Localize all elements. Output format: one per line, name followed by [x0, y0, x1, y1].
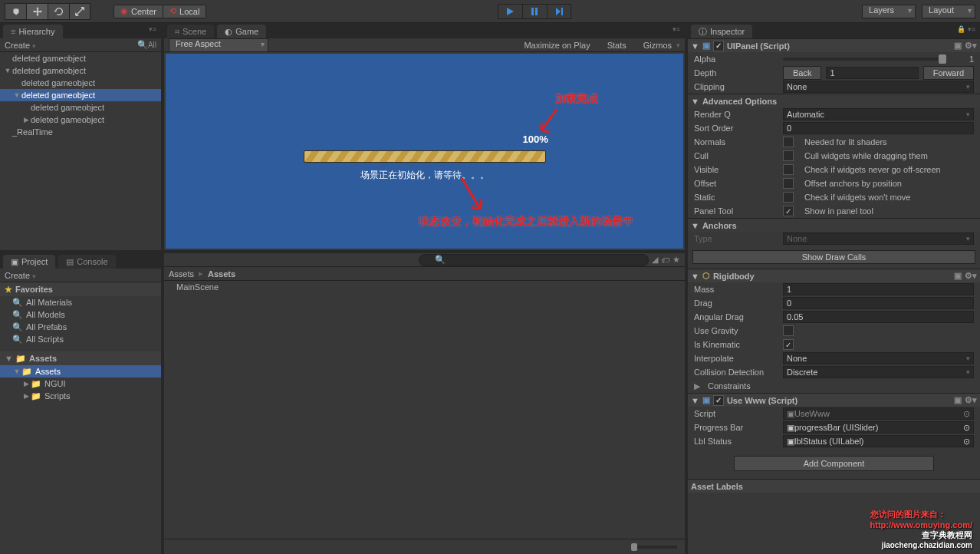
- collision-dropdown[interactable]: Discrete: [783, 366, 974, 378]
- local-toggle[interactable]: ⟲Local: [163, 5, 206, 18]
- assets-header[interactable]: ▼📁Assets: [0, 351, 161, 365]
- hierarchy-item[interactable]: _RealTime: [0, 126, 161, 138]
- rigidbody-header[interactable]: ▼⬡Rigidbody▣⚙▾: [688, 269, 980, 282]
- gear-icon[interactable]: ⚙▾: [965, 395, 977, 405]
- gravity-checkbox[interactable]: [783, 325, 794, 336]
- hierarchy-tab[interactable]: ≡Hierarchy: [3, 25, 63, 38]
- hierarchy-item[interactable]: deleted gameobject: [0, 77, 161, 89]
- back-button[interactable]: Back: [783, 66, 821, 80]
- hierarchy-item[interactable]: deleted gameobject: [0, 52, 161, 64]
- scene-tab[interactable]: ⌗Scene: [167, 25, 214, 38]
- lock-icon[interactable]: 🔒 ▾≡: [957, 25, 975, 33]
- hierarchy-item[interactable]: ▶deleted gameobject: [0, 114, 161, 126]
- layout-dropdown[interactable]: Layout: [922, 5, 975, 18]
- stats-toggle[interactable]: Stats: [607, 41, 626, 50]
- interpolate-dropdown[interactable]: None: [783, 352, 974, 364]
- maximize-toggle[interactable]: Maximize on Play: [524, 41, 590, 50]
- step-button[interactable]: [547, 4, 571, 19]
- drag-field[interactable]: 0: [783, 297, 974, 309]
- game-tab[interactable]: ◐Game: [217, 25, 266, 38]
- breadcrumb-item[interactable]: Assets: [208, 269, 235, 279]
- label-icon[interactable]: 🏷: [661, 256, 669, 265]
- hierarchy-item[interactable]: ▼deleted gameobject: [0, 64, 161, 77]
- constraints-row[interactable]: ▶Constraints: [688, 379, 980, 393]
- uipanel-header[interactable]: ▼ ▣ ✓ UIPanel (Script) ▣ ⚙▾: [688, 38, 980, 52]
- enable-checkbox[interactable]: ✓: [713, 395, 724, 406]
- game-toolbar: Free Aspect Maximize on Play Stats Gizmo…: [164, 38, 685, 52]
- create-dropdown[interactable]: Create ▾: [5, 41, 36, 50]
- favorite-item[interactable]: 🔍All Prefabs: [0, 321, 161, 333]
- forward-button[interactable]: Forward: [923, 66, 974, 80]
- visible-checkbox[interactable]: [783, 164, 794, 175]
- renderq-dropdown[interactable]: Automatic: [783, 108, 974, 120]
- sort-field[interactable]: 0: [783, 122, 974, 134]
- usewww-header[interactable]: ▼▣✓Use Www (Script)▣⚙▾: [688, 393, 980, 407]
- asset-labels-header[interactable]: Asset Labels: [688, 479, 980, 493]
- project-content[interactable]: MainScene: [164, 281, 685, 539]
- search-icon[interactable]: 🔍All: [137, 40, 156, 50]
- scale-tool[interactable]: [69, 3, 90, 20]
- game-icon: ◐: [225, 27, 232, 37]
- static-desc: Check if widgets won't move: [804, 193, 910, 202]
- cull-checkbox[interactable]: [783, 150, 794, 161]
- depth-field[interactable]: 1: [826, 67, 918, 79]
- angular-field[interactable]: 0.05: [783, 311, 974, 323]
- alpha-slider[interactable]: [783, 58, 946, 61]
- hand-tool[interactable]: [5, 3, 26, 20]
- show-draw-calls-button[interactable]: Show Draw Calls: [692, 250, 975, 264]
- panel-menu-icon[interactable]: ▾≡: [673, 25, 680, 33]
- normals-checkbox[interactable]: [783, 137, 794, 147]
- advanced-header[interactable]: ▼Advanced Options: [688, 94, 980, 107]
- asset-folder[interactable]: ▼📁Assets: [0, 365, 161, 378]
- play-button[interactable]: [498, 4, 522, 19]
- rotate-tool[interactable]: [48, 3, 69, 20]
- panel-menu-icon[interactable]: ▾≡: [149, 25, 156, 33]
- help-icon[interactable]: ▣: [954, 271, 962, 281]
- breadcrumb: Assets ▸ Assets: [164, 267, 685, 281]
- asset-folder[interactable]: ▶📁NGUI: [0, 378, 161, 390]
- gear-icon[interactable]: ⚙▾: [965, 41, 977, 51]
- favorite-item[interactable]: 🔍All Materials: [0, 296, 161, 308]
- filter-icon[interactable]: ◢: [652, 255, 658, 265]
- hierarchy-item[interactable]: ▼deleted gameobject: [0, 89, 161, 101]
- paneltool-checkbox[interactable]: ✓: [783, 206, 794, 216]
- arrow-icon: [537, 107, 560, 137]
- project-tree[interactable]: ★Favorites 🔍All Materials🔍All Models🔍All…: [0, 282, 161, 554]
- help-icon[interactable]: ▣: [954, 395, 962, 405]
- script-field[interactable]: ▣ UseWww⊙: [783, 407, 974, 420]
- hierarchy-tree[interactable]: deleted gameobject▼deleted gameobjectdel…: [0, 52, 161, 250]
- center-toggle[interactable]: ◉Center: [113, 5, 163, 18]
- breadcrumb-item[interactable]: Assets: [169, 269, 194, 279]
- favorites-header[interactable]: ★Favorites: [0, 282, 161, 296]
- layers-dropdown[interactable]: Layers: [862, 5, 916, 18]
- thumbnail-slider[interactable]: [631, 546, 677, 549]
- gear-icon[interactable]: ⚙▾: [965, 271, 977, 281]
- asset-item[interactable]: MainScene: [164, 281, 685, 293]
- anchor-type-dropdown[interactable]: None: [783, 232, 974, 245]
- kinematic-checkbox[interactable]: ✓: [783, 339, 794, 350]
- pause-button[interactable]: [522, 4, 547, 19]
- project-tab[interactable]: ▣Project: [3, 255, 55, 269]
- enable-checkbox[interactable]: ✓: [713, 41, 724, 51]
- clipping-dropdown[interactable]: None: [783, 81, 974, 93]
- inspector-tab[interactable]: ⓘInspector: [691, 25, 752, 38]
- project-create-dropdown[interactable]: Create ▾: [5, 271, 36, 280]
- add-component-button[interactable]: Add Component: [734, 456, 934, 471]
- star-icon[interactable]: ★: [673, 255, 680, 265]
- hierarchy-item[interactable]: deleted gameobject: [0, 101, 161, 114]
- favorite-item[interactable]: 🔍All Scripts: [0, 333, 161, 345]
- progressbar-field[interactable]: ▣ progressBar (UISlider)⊙: [783, 421, 974, 434]
- asset-folder[interactable]: ▶📁Scripts: [0, 390, 161, 402]
- project-search[interactable]: 🔍: [419, 254, 649, 266]
- help-icon[interactable]: ▣: [954, 41, 962, 51]
- static-checkbox[interactable]: [783, 192, 794, 203]
- aspect-dropdown[interactable]: Free Aspect: [169, 38, 268, 52]
- gizmos-toggle[interactable]: Gizmos: [643, 41, 672, 50]
- console-tab[interactable]: ▤Console: [58, 255, 115, 269]
- favorite-item[interactable]: 🔍All Models: [0, 308, 161, 321]
- anchors-header[interactable]: ▼Anchors: [688, 218, 980, 232]
- offset-checkbox[interactable]: [783, 178, 794, 189]
- lblstatus-field[interactable]: ▣ lblStatus (UILabel)⊙: [783, 435, 974, 447]
- mass-field[interactable]: 1: [783, 283, 974, 295]
- move-tool[interactable]: [26, 3, 48, 20]
